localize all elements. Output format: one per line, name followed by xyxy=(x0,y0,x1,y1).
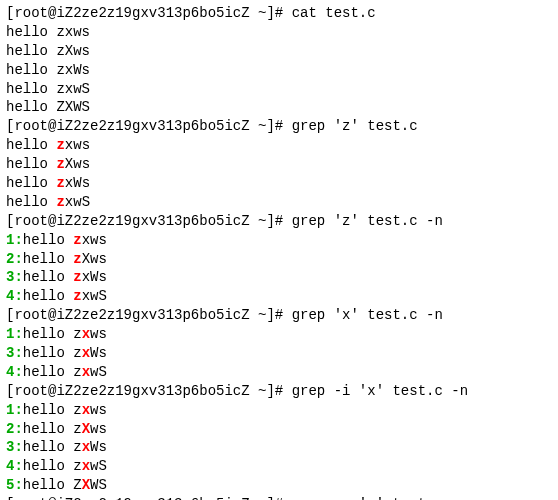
output-line: 3:hello zxWs xyxy=(6,268,552,287)
output-line: 4:hello zxwS xyxy=(6,363,552,382)
prompt-line: [root@iZ2ze2z19gxv313p6bo5icZ ~]# grep -… xyxy=(6,382,552,401)
output-line: 1:hello zxws xyxy=(6,401,552,420)
prompt-line: [root@iZ2ze2z19gxv313p6bo5icZ ~]# grep '… xyxy=(6,212,552,231)
output-line: 2:hello zXws xyxy=(6,420,552,439)
output-line: hello zxwS xyxy=(6,193,552,212)
prompt-line: [root@iZ2ze2z19gxv313p6bo5icZ ~]# grep '… xyxy=(6,117,552,136)
output-line: hello zxws xyxy=(6,23,552,42)
output-line: 1:hello zxws xyxy=(6,325,552,344)
output-line: 2:hello zXws xyxy=(6,250,552,269)
output-line: 4:hello zxwS xyxy=(6,457,552,476)
prompt-line: [root@iZ2ze2z19gxv313p6bo5icZ ~]# grep '… xyxy=(6,306,552,325)
output-line: hello zxWs xyxy=(6,61,552,80)
output-line: hello ZXWS xyxy=(6,98,552,117)
prompt-line: [root@iZ2ze2z19gxv313p6bo5icZ ~]# cat te… xyxy=(6,4,552,23)
output-line: 5:hello ZXWS xyxy=(6,476,552,495)
output-line: 4:hello zxwS xyxy=(6,287,552,306)
terminal-output: [root@iZ2ze2z19gxv313p6bo5icZ ~]# cat te… xyxy=(6,4,552,500)
output-line: 3:hello zxWs xyxy=(6,344,552,363)
prompt-line: [root@iZ2ze2z19gxv313p6bo5icZ ~]# grep -… xyxy=(6,495,552,500)
output-line: hello zXws xyxy=(6,42,552,61)
output-line: hello zxwS xyxy=(6,80,552,99)
output-line: 3:hello zxWs xyxy=(6,438,552,457)
output-line: hello zxws xyxy=(6,136,552,155)
output-line: hello zxWs xyxy=(6,174,552,193)
output-line: hello zXws xyxy=(6,155,552,174)
output-line: 1:hello zxws xyxy=(6,231,552,250)
